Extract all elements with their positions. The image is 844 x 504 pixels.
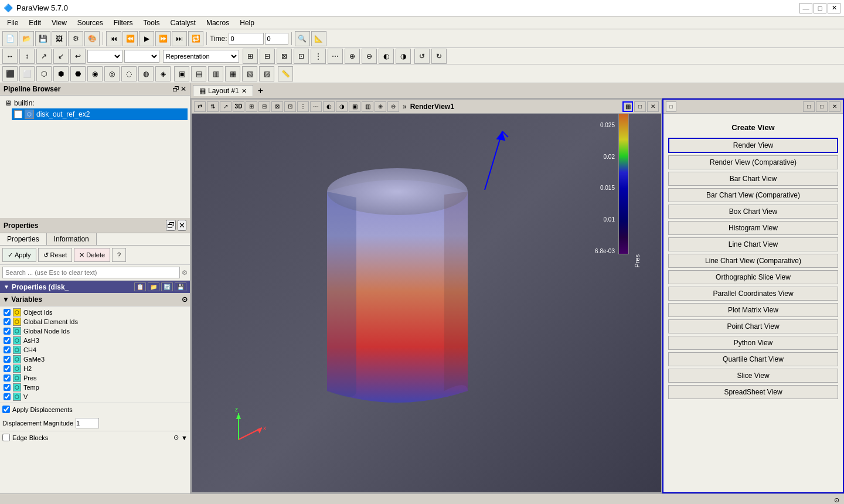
cv-bar-chart-comp-btn[interactable]: Bar Chart View (Comparative)	[668, 188, 838, 202]
measure-btn[interactable]: 📏	[278, 66, 293, 81]
orient-btn1[interactable]: ↺	[414, 49, 430, 64]
rv-btn8[interactable]: ⋮	[297, 101, 309, 112]
cv-render-view-comp-btn[interactable]: Render View (Comparative)	[668, 155, 838, 169]
rv-btn4[interactable]: ⊞	[246, 101, 257, 112]
settings-button[interactable]: ⚙	[68, 31, 83, 46]
section-btn3[interactable]: 🔄	[161, 282, 173, 291]
menu-item-view[interactable]: View	[47, 18, 72, 28]
pipeline-builtin[interactable]: 🖥 builtin:	[2, 98, 188, 108]
rv-btn6[interactable]: ⊠	[271, 101, 283, 112]
cv-spreadsheet-btn[interactable]: SpreadSheet View	[668, 385, 838, 399]
save-screenshot-button[interactable]: 🖼	[52, 31, 67, 46]
rv-3d-btn[interactable]: 3D	[233, 101, 244, 112]
help-button[interactable]: ?	[112, 248, 126, 262]
edge-blocks-checkbox[interactable]	[2, 434, 10, 441]
cv-python-btn[interactable]: Python View	[668, 336, 838, 350]
cv-parallel-coord-btn[interactable]: Parallel Coordinates View	[668, 287, 838, 301]
pipeline-disk[interactable]: 👁 ⬡ disk_out_ref_ex2	[12, 108, 188, 120]
rv-btn5[interactable]: ⊟	[258, 101, 270, 112]
variable-checkbox[interactable]	[4, 309, 11, 316]
align-btn10[interactable]: ◑	[396, 49, 411, 64]
tb3-btn9[interactable]: ◍	[138, 66, 154, 81]
menu-item-sources[interactable]: Sources	[73, 18, 108, 28]
camera-tool[interactable]: 🔍	[295, 31, 310, 46]
variable-checkbox[interactable]	[4, 337, 11, 344]
section-btn1[interactable]: 📋	[134, 282, 146, 291]
rv-btn2[interactable]: ⇅	[207, 101, 219, 112]
add-layout-button[interactable]: +	[254, 86, 267, 96]
variable-checkbox[interactable]	[4, 318, 11, 325]
variable-checkbox[interactable]	[4, 384, 11, 391]
tb2-btn4[interactable]: ↙	[53, 49, 69, 64]
eye-icon[interactable]: 👁	[14, 110, 22, 118]
cv-bar-chart-btn[interactable]: Bar Chart View	[668, 172, 838, 186]
props-close-btn[interactable]: ✕	[178, 220, 186, 231]
align-btn7[interactable]: ⊕	[345, 49, 360, 64]
layout-tab-1[interactable]: ▦ Layout #1 ✕	[193, 85, 253, 96]
cv-ortho-slice-btn[interactable]: Orthographic Slice View	[668, 270, 838, 284]
tb3-btn3[interactable]: ⬡	[36, 66, 52, 81]
loop-button[interactable]: 🔁	[188, 31, 203, 46]
next-frame-button[interactable]: ⏩	[155, 31, 171, 46]
align-btn2[interactable]: ⊟	[260, 49, 275, 64]
tb3-btn4[interactable]: ⬢	[53, 66, 69, 81]
open-button[interactable]: 📂	[19, 31, 34, 46]
cv-histogram-btn[interactable]: Histogram View	[668, 221, 838, 235]
tb3-btn2[interactable]: ⬜	[19, 66, 35, 81]
representation-dropdown[interactable]: Representation	[163, 50, 239, 63]
cv-split-h-btn[interactable]: □	[816, 101, 828, 112]
rv-close-btn[interactable]: ✕	[647, 101, 659, 112]
rv-btn9[interactable]: ⋯	[310, 101, 322, 112]
rv-btn3[interactable]: ↗	[220, 101, 232, 112]
variable-checkbox[interactable]	[4, 365, 11, 372]
rv-btn11[interactable]: ◑	[336, 101, 348, 112]
align-btn6[interactable]: ⋯	[328, 49, 343, 64]
search-settings-icon[interactable]: ⚙	[182, 269, 188, 277]
extra-tool[interactable]: 📐	[311, 31, 326, 46]
displacement-magnitude-input[interactable]	[76, 418, 99, 428]
tb3-btn1[interactable]: ⬛	[2, 66, 18, 81]
rv-layout-btn[interactable]: ▦	[622, 101, 633, 112]
tb3-btn13[interactable]: ▥	[208, 66, 223, 81]
maximize-button[interactable]: □	[814, 3, 826, 13]
reset-button[interactable]: ↺ Reset	[38, 248, 73, 262]
tb-select-1[interactable]	[87, 50, 122, 63]
align-btn8[interactable]: ⊖	[362, 49, 377, 64]
first-frame-button[interactable]: ⏮	[106, 31, 121, 46]
menu-item-edit[interactable]: Edit	[24, 18, 46, 28]
tb3-btn12[interactable]: ▤	[191, 66, 206, 81]
menu-item-file[interactable]: File	[2, 18, 23, 28]
variable-checkbox[interactable]	[4, 356, 11, 363]
props-restore-btn[interactable]: 🗗	[166, 220, 176, 231]
prev-frame-button[interactable]: ⏪	[122, 31, 138, 46]
section-btn4[interactable]: 💾	[175, 282, 186, 291]
tb3-btn14[interactable]: ▦	[225, 66, 240, 81]
rv-btn10[interactable]: ◐	[323, 101, 335, 112]
rv-btn15[interactable]: ⊖	[387, 101, 399, 112]
time-field[interactable]	[229, 33, 264, 45]
orient-btn2[interactable]: ↻	[431, 49, 447, 64]
tb3-btn10[interactable]: ◈	[155, 66, 171, 81]
cv-maximize-icon[interactable]: □	[666, 101, 676, 112]
align-btn1[interactable]: ⊞	[243, 49, 258, 64]
section-btn2[interactable]: 📁	[148, 282, 159, 291]
apply-displacements-label[interactable]: Apply Displacements	[2, 406, 188, 413]
cv-layout-btn[interactable]: □	[803, 101, 815, 112]
apply-button[interactable]: ✓ Apply	[2, 248, 36, 262]
variable-checkbox[interactable]	[4, 328, 11, 335]
cv-line-chart-btn[interactable]: Line Chart View	[668, 237, 838, 251]
cv-slice-btn[interactable]: Slice View	[668, 369, 838, 383]
menu-item-help[interactable]: Help	[235, 18, 259, 28]
tb2-btn2[interactable]: ↕	[19, 49, 35, 64]
tb3-btn7[interactable]: ◎	[104, 66, 120, 81]
pipeline-restore-btn[interactable]: 🗗	[172, 85, 179, 93]
delete-button[interactable]: ✕ Delete	[74, 248, 110, 262]
tb3-btn16[interactable]: ▨	[259, 66, 274, 81]
tb2-btn5[interactable]: ↩	[70, 49, 86, 64]
tb3-btn6[interactable]: ◉	[87, 66, 103, 81]
pipeline-close-btn[interactable]: ✕	[181, 85, 186, 93]
variable-checkbox[interactable]	[4, 393, 11, 400]
tb3-btn15[interactable]: ▧	[242, 66, 257, 81]
variable-checkbox[interactable]	[4, 374, 11, 382]
menu-item-catalyst[interactable]: Catalyst	[166, 18, 200, 28]
